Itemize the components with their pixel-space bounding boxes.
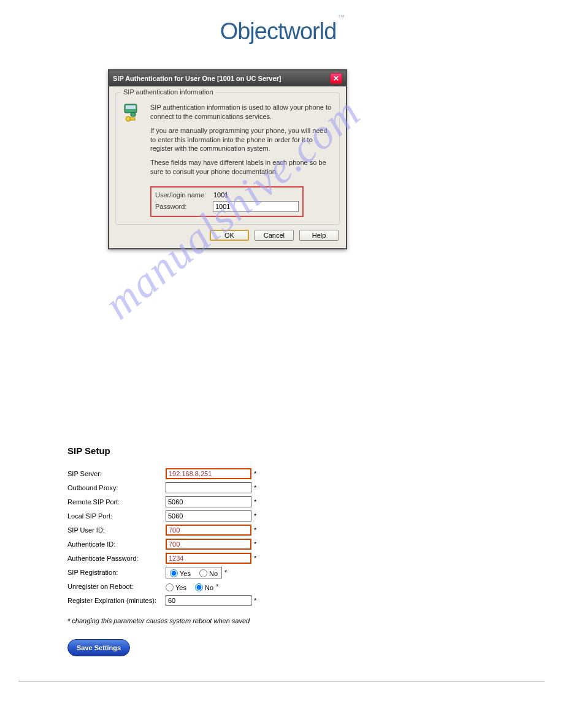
svg-rect-4 <box>130 118 135 120</box>
reg-no-radio[interactable] <box>199 569 207 577</box>
trademark-symbol: ™ <box>337 13 344 21</box>
remote-port-label: Remote SIP Port: <box>67 498 166 506</box>
reg-no-option[interactable]: No <box>199 568 218 577</box>
sip-setup-title: SIP Setup <box>67 446 497 456</box>
remote-port-field[interactable] <box>166 496 251 507</box>
footnote: * changing this parameter causes system … <box>67 617 497 624</box>
phone-key-icon <box>122 103 144 125</box>
help-button[interactable]: Help <box>299 230 339 241</box>
unreg-no-radio[interactable] <box>195 583 203 591</box>
dialog-titlebar: SIP Authentication for User One [1001 on… <box>109 70 346 86</box>
brand-logo: Objectworld™ <box>220 18 343 45</box>
local-port-field[interactable] <box>166 510 251 521</box>
unregister-radios: Yes No <box>166 582 213 592</box>
register-exp-label: Register Expiration (minutes): <box>67 597 166 604</box>
reg-yes-option[interactable]: Yes <box>170 568 191 577</box>
svg-rect-2 <box>131 113 136 116</box>
no-label: No <box>209 570 218 577</box>
sip-registration-radios: Yes No <box>166 567 222 578</box>
row-local-port: Local SIP Port: * <box>67 510 497 521</box>
yes-label: Yes <box>175 584 186 591</box>
info-p3: These fields may have different labels i… <box>150 158 333 176</box>
sip-user-id-label: SIP User ID: <box>67 526 166 534</box>
outbound-proxy-label: Outbound Proxy: <box>67 484 166 491</box>
local-port-label: Local SIP Port: <box>67 512 166 520</box>
asterisk: * <box>254 526 256 534</box>
asterisk: * <box>254 470 256 477</box>
cancel-button[interactable]: Cancel <box>255 230 294 241</box>
unreg-yes-radio[interactable] <box>166 583 174 591</box>
unreg-no-option[interactable]: No <box>195 582 213 591</box>
password-field[interactable] <box>213 201 299 212</box>
row-auth-id: Authenticate ID: * <box>67 539 497 550</box>
asterisk: * <box>254 484 256 491</box>
credentials-block: User/login name: 1001 Password: <box>150 186 304 217</box>
sip-user-id-field[interactable] <box>166 525 251 536</box>
row-register-expiration: Register Expiration (minutes): * <box>67 595 497 606</box>
close-icon: ✕ <box>333 74 339 83</box>
auth-password-field[interactable] <box>166 553 251 564</box>
yes-label: Yes <box>180 570 191 577</box>
sip-setup-section: SIP Setup SIP Server: * Outbound Proxy: … <box>67 446 497 656</box>
password-row: Password: <box>155 200 299 213</box>
info-p1: SIP authentication information is used t… <box>150 103 333 121</box>
footer-rule <box>18 681 545 681</box>
asterisk: * <box>254 555 256 562</box>
unreg-yes-option[interactable]: Yes <box>166 582 186 591</box>
auth-password-label: Authenticate Password: <box>67 555 166 562</box>
row-sip-user-id: SIP User ID: * <box>67 525 497 536</box>
save-settings-button[interactable]: Save Settings <box>67 639 130 656</box>
logo-wrap: Objectworld™ <box>0 0 563 57</box>
row-remote-port: Remote SIP Port: * <box>67 496 497 507</box>
asterisk: * <box>216 583 218 590</box>
unregister-label: Unregister on Reboot: <box>67 583 166 590</box>
brand-text: Objectworld <box>220 18 337 44</box>
group-legend: SIP authentication information <box>121 88 216 96</box>
close-button[interactable]: ✕ <box>330 73 342 84</box>
asterisk: * <box>254 512 256 520</box>
asterisk: * <box>224 569 227 576</box>
info-text: SIP authentication information is used t… <box>150 103 333 181</box>
sip-auth-dialog: SIP Authentication for User One [1001 on… <box>108 69 347 249</box>
sip-server-field[interactable] <box>166 468 251 479</box>
register-exp-field[interactable] <box>166 595 251 606</box>
info-row: SIP authentication information is used t… <box>122 103 333 181</box>
user-login-value: 1001 <box>213 191 228 199</box>
dialog-title: SIP Authentication for User One [1001 on… <box>113 75 281 82</box>
outbound-proxy-field[interactable] <box>166 482 251 493</box>
row-auth-password: Authenticate Password: * <box>67 553 497 564</box>
reg-yes-radio[interactable] <box>170 569 178 577</box>
dialog-button-row: OK Cancel Help <box>115 225 340 242</box>
row-sip-server: SIP Server: * <box>67 468 497 479</box>
auth-id-label: Authenticate ID: <box>67 540 166 548</box>
ok-button[interactable]: OK <box>210 230 249 241</box>
info-p2: If you are manually programming your pho… <box>150 126 333 154</box>
row-sip-registration: SIP Registration: Yes No * <box>67 567 497 578</box>
user-login-label: User/login name: <box>155 191 213 199</box>
svg-rect-1 <box>126 105 136 109</box>
password-label: Password: <box>155 203 213 210</box>
no-label: No <box>205 584 213 591</box>
asterisk: * <box>254 540 256 548</box>
auth-id-field[interactable] <box>166 539 251 550</box>
row-unregister-reboot: Unregister on Reboot: Yes No * <box>67 582 497 592</box>
row-outbound-proxy: Outbound Proxy: * <box>67 482 497 493</box>
sip-auth-groupbox: SIP authentication information SIP authe… <box>115 93 340 225</box>
sip-registration-label: SIP Registration: <box>67 569 166 576</box>
asterisk: * <box>254 498 256 506</box>
sip-server-label: SIP Server: <box>67 470 166 477</box>
user-login-row: User/login name: 1001 <box>155 190 299 200</box>
dialog-body: SIP authentication information SIP authe… <box>109 86 346 248</box>
asterisk: * <box>254 597 256 604</box>
